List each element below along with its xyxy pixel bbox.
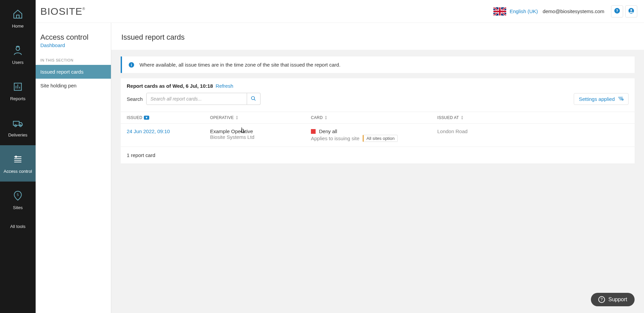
sort-desc-icon: ▼ [144,116,149,120]
nav-reports[interactable]: Reports [0,73,36,109]
help-icon: ? [614,8,620,15]
sort-icon: ▲▼ [236,115,239,120]
panel-body: i Where available, all issue times are i… [111,50,644,170]
section-title: Access control [36,33,111,42]
nav-label: Sites [13,205,23,210]
sidebar-item-issued-report-cards[interactable]: Issued report cards [36,65,111,79]
flag-uk-icon [493,7,506,15]
dashboard-link[interactable]: Dashboard [36,42,111,55]
table-row[interactable]: 24 Jun 2022, 09:10 Example Operative Bio… [121,124,635,147]
operative-name: Example Operative [210,128,311,134]
operative-company: Biosite Systems Ltd [210,134,311,140]
nav-rail: Home Users Reports Deliveries Access con… [0,0,36,313]
nav-all-tools[interactable]: All tools [0,218,36,235]
list-icon [12,153,24,165]
search-button[interactable] [247,93,260,105]
cell-operative: Example Operative Biosite Systems Ltd [210,128,311,142]
info-banner: i Where available, all issue times are i… [121,56,635,73]
sort-icon: ▲▼ [461,115,464,120]
nav-label: Deliveries [8,132,27,138]
col-issuedat-header[interactable]: ISSUED AT ▲▼ [437,115,629,120]
section-sidebar: Access control Dashboard IN THIS SECTION… [36,23,111,313]
support-icon: ? [598,296,605,303]
svg-text:?: ? [616,9,618,13]
language-link[interactable]: English (UK) [510,8,538,14]
col-card-header[interactable]: CARD ▲▼ [311,115,437,120]
nav-label: Reports [10,96,26,101]
col-operative-header[interactable]: OPERATIVE ▲▼ [210,115,311,120]
info-banner-text: Where available, all issue times are in … [139,62,340,68]
reports-icon [12,81,24,93]
table-header: ISSUED ▼ OPERATIVE ▲▼ CARD ▲▼ ISSUED A [121,112,635,124]
nav-sites[interactable]: 5 Sites [0,182,36,218]
panel-header: Issued report cards [111,23,644,50]
svg-text:5: 5 [17,193,19,197]
table-footer: 1 report card [121,147,635,163]
search-input[interactable] [146,93,247,105]
section-label: IN THIS SECTION [36,55,111,65]
cell-issued-at: London Road [437,128,629,142]
panel: Issued report cards i Where available, a… [111,23,644,313]
user-email: demo@biositesystems.com [542,8,604,14]
content-row: Access control Dashboard IN THIS SECTION… [36,23,644,313]
nav-deliveries[interactable]: Deliveries [0,109,36,145]
pin-icon: 5 [12,190,24,202]
topbar: BIOSITE® English (UK) demo@biositesystem… [36,0,644,23]
svg-point-2 [15,125,16,126]
nav-label: All tools [10,224,26,229]
account-icon [628,8,634,15]
nav-label: Home [12,24,24,29]
users-icon [12,44,24,56]
filter-icon [617,96,623,102]
card-label: Deny all [319,128,337,134]
card-scope: Applies to issuing site [311,135,359,141]
page-title: Issued report cards [121,33,634,42]
report-as-of-label: Report cards as of Wed, 6 Jul, 10:18 [127,83,213,89]
issued-at-value: London Road [437,128,468,134]
search-label: Search [127,96,143,102]
truck-icon [12,117,24,129]
logo: BIOSITE® [40,6,85,17]
nav-label: Access control [4,169,32,174]
report-card-box: Report cards as of Wed, 6 Jul, 10:18 Ref… [121,78,635,163]
svg-point-0 [16,47,20,50]
sidebar-item-site-holding-pen[interactable]: Site holding pen [36,79,111,92]
account-button[interactable] [625,5,637,17]
nav-label: Users [12,60,24,65]
card-color-swatch [311,129,316,134]
svg-point-4 [15,156,17,157]
nav-home[interactable]: Home [0,0,36,36]
card-head: Report cards as of Wed, 6 Jul, 10:18 Ref… [121,78,635,93]
settings-applied-button[interactable]: Settings applied [574,93,629,105]
support-label: Support [608,297,627,303]
cell-card: Deny all Applies to issuing site All sit… [311,128,437,142]
settings-applied-label: Settings applied [579,96,615,102]
help-button[interactable]: ? [611,5,623,17]
nav-users[interactable]: Users [0,36,36,73]
svg-point-3 [19,125,21,126]
search-icon [251,96,256,102]
home-icon [12,8,24,20]
svg-rect-1 [13,121,19,125]
svg-point-11 [251,96,254,100]
issued-link[interactable]: 24 Jun 2022, 09:10 [127,128,170,134]
cell-issued: 24 Jun 2022, 09:10 [127,128,210,142]
card-badge: All sites option [363,135,398,142]
sort-icon: ▲▼ [324,115,327,120]
info-icon: i [129,62,134,68]
search-row: Search Settings applied [121,93,635,112]
svg-point-10 [630,9,632,11]
nav-access-control[interactable]: Access control [0,145,36,182]
refresh-link[interactable]: Refresh [215,83,233,89]
main-area: BIOSITE® English (UK) demo@biositesystem… [36,0,644,313]
col-issued-header[interactable]: ISSUED ▼ [127,115,210,120]
support-button[interactable]: ? Support [591,293,635,306]
